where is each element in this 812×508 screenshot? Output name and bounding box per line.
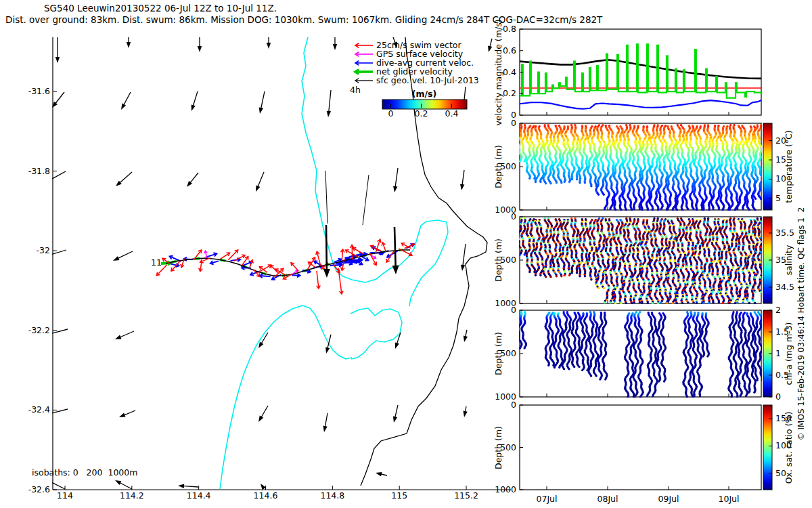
temperature-ylabel: Depth (m) xyxy=(495,145,503,188)
salinity-ytick-label: 0 xyxy=(511,213,516,221)
map-colorbar-title: (m/s) xyxy=(412,90,436,99)
oxygen-ylabel: Depth (m) xyxy=(495,426,503,469)
temperature-panel xyxy=(516,123,763,211)
oxygen-colorbar xyxy=(763,405,772,490)
salinity-ylabel: Depth (m) xyxy=(495,238,503,282)
oxygen-ytick-label: 0 xyxy=(511,401,516,410)
velocity-panel xyxy=(520,29,761,115)
map-ytick-label: -31.6 xyxy=(28,87,50,96)
map-xtick-label: 114.8 xyxy=(320,492,344,501)
figure-title: SG540 Leeuwin20130522 06-Jul 12Z to 10-J… xyxy=(44,4,277,14)
chl-ytick-label: 0 xyxy=(511,306,516,315)
salinity-panel xyxy=(516,217,763,304)
salinity-cbar-tick: 34.5 xyxy=(775,283,794,292)
map-xtick-label: 114.6 xyxy=(254,492,278,501)
map-ytick-label: -32.6 xyxy=(28,486,50,494)
map-xtick-label: 114.4 xyxy=(187,492,211,501)
chl-ylabel: Depth (m) xyxy=(495,332,503,375)
chl-cbar-tick: 2 xyxy=(775,306,781,315)
temperature-cbar-tick: 5 xyxy=(775,194,781,203)
salinity-cbar-tick: 35.5 xyxy=(775,229,794,238)
salinity-scatter xyxy=(516,217,763,304)
copyright-note: © IMOS 15-Feb-2019 03:46:14 Hobart time.… xyxy=(797,207,805,440)
map-colorbar-tick: 0.2 xyxy=(415,110,428,119)
oxygen-cbar-label: Ox. sat. ratio (%) xyxy=(785,411,794,484)
oxygen-ytick-label: 1000 xyxy=(495,486,516,494)
map-ytick-label: -32.4 xyxy=(28,406,50,415)
isobaths-note: isobaths: 0 200 1000m xyxy=(32,469,137,478)
chl-colorbar xyxy=(763,310,772,397)
velocity-ytick-label: 0.8 xyxy=(503,25,516,34)
temperature-scatter xyxy=(516,124,763,211)
oxygen-panel xyxy=(520,405,761,490)
glider-track xyxy=(156,239,414,294)
date-tick-label: 09Jul xyxy=(658,495,679,504)
figure-root: SG540 Leeuwin20130522 06-Jul 12Z to 10-J… xyxy=(0,0,812,508)
chl-scatter xyxy=(516,311,763,398)
map-xtick-label: 115.2 xyxy=(454,492,478,501)
salinity-colorbar xyxy=(763,217,772,303)
temperature-colorbar xyxy=(763,123,772,210)
map-ytick-label: -32 xyxy=(37,247,50,255)
salinity-cbar-label: salinity xyxy=(785,245,794,276)
chl-cbar-label: chl-a (mg m-3) xyxy=(785,322,794,385)
velocity-ylabel: velocity magnitude (m/s) xyxy=(495,19,503,125)
chl-panel xyxy=(516,310,763,398)
temperature-cbar-label: temperature (°C) xyxy=(785,130,794,203)
temperature-ytick-label: 0 xyxy=(511,119,516,128)
chl-cbar-tick: 1 xyxy=(775,350,781,358)
track-start-label: 11 xyxy=(151,259,162,268)
map-xtick-label: 114 xyxy=(57,492,73,501)
legend-duration-note: 4h xyxy=(350,86,361,95)
date-tick-label: 10Jul xyxy=(719,495,740,504)
legend-item-label: sfc geo. vel. 10-Jul-2013 xyxy=(376,77,479,85)
map-ytick-label: -31.8 xyxy=(28,167,50,175)
velocity-ytick-label: 0.2 xyxy=(503,89,516,98)
velocity-ytick-label: 0.6 xyxy=(503,47,516,56)
map-xtick-label: 114.2 xyxy=(120,492,144,501)
chl-cbar-tick: 0 xyxy=(775,393,781,402)
map-colorbar-tick: 0.4 xyxy=(445,110,459,119)
date-tick-label: 08Jul xyxy=(597,495,618,504)
velocity-ytick-label: 0.4 xyxy=(503,68,516,77)
date-tick-label: 07Jul xyxy=(537,495,558,504)
map-xtick-label: 115 xyxy=(391,492,407,501)
map-ytick-label: -32.2 xyxy=(28,326,50,335)
map-colorbar-tick: 0 xyxy=(388,110,394,119)
